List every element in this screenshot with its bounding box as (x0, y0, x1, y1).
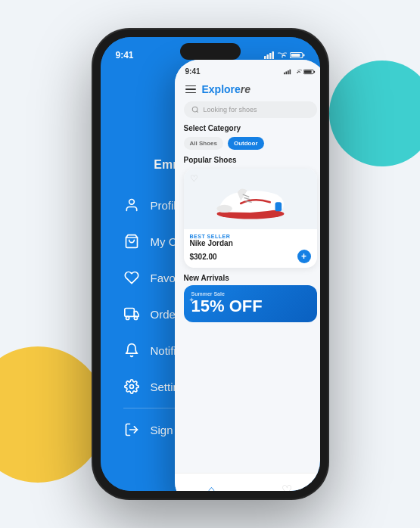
category-all-shoes[interactable]: All Shoes (184, 137, 223, 150)
shoe-image-area: ♡ (184, 169, 317, 229)
wifi-icon (278, 51, 287, 59)
svg-point-21 (134, 316, 137, 319)
svg-rect-26 (288, 70, 289, 74)
phone-mockup: 9:41 (93, 30, 328, 498)
shoe-name: Nike Jordan (190, 239, 311, 247)
signal-icon (264, 51, 275, 59)
svg-rect-6 (291, 54, 300, 57)
svg-point-31 (192, 107, 198, 112)
sale-star-icon: ✦ (188, 296, 194, 304)
shoe-price: $302.00 (190, 253, 217, 261)
svg-rect-19 (124, 309, 134, 317)
overlay-status-bar: 9:41 (175, 60, 320, 79)
add-to-cart-button[interactable]: + (297, 250, 311, 263)
svg-rect-36 (275, 202, 282, 211)
svg-rect-25 (285, 71, 287, 74)
decorative-circle-yellow (0, 346, 106, 483)
dynamic-island (180, 43, 241, 60)
overlay-screen: 9:41 (175, 60, 320, 491)
svg-point-17 (129, 200, 134, 205)
home-nav-icon[interactable]: ⌂ (208, 483, 216, 492)
status-icons (264, 51, 305, 59)
category-section-label: Select Category (175, 124, 320, 137)
phone-screen: 9:41 (101, 37, 320, 491)
decorative-circle-teal (329, 61, 420, 166)
sale-tag: Summer Sale (191, 291, 310, 297)
heart-menu-icon (123, 269, 140, 286)
svg-rect-5 (303, 54, 304, 57)
settings-icon (123, 378, 140, 395)
overlay-bottom-nav: ⌂ ♡ (175, 473, 320, 491)
status-time: 9:41 (116, 50, 134, 61)
svg-rect-30 (303, 70, 311, 73)
hamburger-icon[interactable] (185, 85, 196, 94)
wishlist-heart-icon[interactable]: ♡ (190, 173, 198, 184)
best-seller-badge: BEST SELLER (190, 234, 311, 239)
overlay-wifi-icon (293, 69, 302, 75)
battery-icon (290, 51, 305, 59)
shoe-image (209, 176, 292, 222)
popular-shoes-label: Popular Shoes (175, 156, 320, 169)
svg-rect-24 (284, 72, 285, 74)
overlay-time: 9:41 (185, 67, 201, 76)
cart-icon (123, 233, 140, 250)
shoe-info: BEST SELLER Nike Jordan $302.00 + (184, 229, 317, 268)
overlay-header: Explorere (175, 79, 320, 101)
shoe-card: ♡ (184, 169, 317, 268)
new-arrivals-label: New Arrivals (175, 274, 320, 285)
svg-rect-27 (289, 69, 291, 74)
sale-percent: 15% OFF (191, 297, 310, 316)
svg-rect-0 (264, 56, 266, 59)
person-icon (123, 197, 140, 213)
svg-point-37 (216, 205, 232, 213)
svg-rect-1 (266, 54, 269, 59)
category-outdoor[interactable]: Outdoor (228, 137, 264, 150)
overlay-title: Explorere (202, 83, 251, 95)
search-bar[interactable]: Looking for shoes (184, 101, 317, 118)
orders-icon (123, 306, 140, 322)
sale-banner: ✦ Summer Sale 15% OFF (184, 285, 317, 322)
category-row: All Shoes Outdoor (175, 137, 320, 156)
overlay-signal-icon (284, 69, 291, 75)
heart-nav-icon[interactable]: ♡ (282, 483, 292, 491)
signout-icon (123, 421, 140, 438)
search-icon (191, 106, 199, 113)
bell-icon (123, 342, 140, 359)
svg-rect-2 (269, 53, 272, 59)
svg-rect-3 (272, 51, 274, 59)
overlay-battery-icon (303, 69, 316, 75)
overlay-status-icons (284, 69, 316, 75)
search-placeholder: Looking for shoes (204, 106, 257, 113)
svg-point-22 (129, 385, 133, 389)
shoe-price-row: $302.00 + (190, 250, 311, 263)
svg-rect-29 (313, 70, 314, 73)
svg-point-20 (126, 316, 129, 319)
